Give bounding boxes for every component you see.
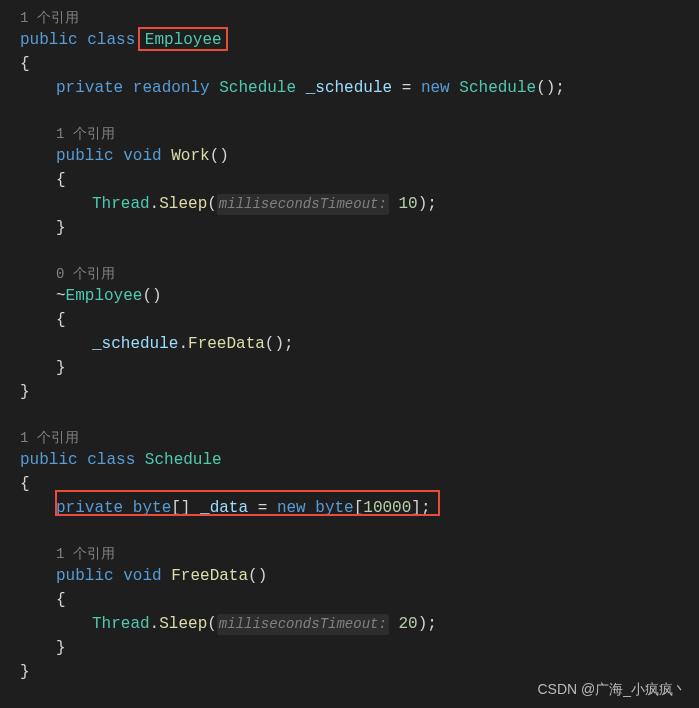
close-brace: }: [56, 356, 66, 380]
parens: (): [142, 284, 161, 308]
reference-text: 1 个引用: [56, 124, 115, 145]
number-literal: 10000: [363, 496, 411, 520]
code-line[interactable]: public class Schedule: [20, 448, 699, 472]
method-freedata: FreeData: [188, 332, 265, 356]
code-line[interactable]: public void Work(): [20, 144, 699, 168]
code-line-empty[interactable]: [20, 404, 699, 428]
semicolon: ;: [284, 332, 294, 356]
field-data: _data: [200, 496, 248, 520]
keyword-public: public: [56, 144, 114, 168]
code-line[interactable]: {: [20, 168, 699, 192]
code-line[interactable]: {: [20, 472, 699, 496]
keyword-class: class: [87, 28, 135, 52]
type-thread: Thread: [92, 612, 150, 636]
keyword-byte: byte: [133, 496, 171, 520]
codelens-reference[interactable]: 1 个引用: [20, 544, 699, 564]
open-brace: {: [20, 52, 30, 76]
code-line[interactable]: public class Employee: [20, 28, 699, 52]
code-line[interactable]: {: [20, 588, 699, 612]
code-line[interactable]: _schedule.FreeData();: [20, 332, 699, 356]
open-brace: {: [56, 168, 66, 192]
open-brace: {: [20, 472, 30, 496]
code-line[interactable]: }: [20, 356, 699, 380]
code-line[interactable]: private readonly Schedule _schedule = ne…: [20, 76, 699, 100]
code-line[interactable]: Thread.Sleep(millisecondsTimeout: 10);: [20, 192, 699, 216]
semicolon: ;: [427, 192, 437, 216]
field-schedule: _schedule: [306, 76, 392, 100]
equals: =: [248, 496, 277, 520]
method-sleep: Sleep: [159, 192, 207, 216]
parens: (): [210, 144, 229, 168]
code-line[interactable]: }: [20, 380, 699, 404]
type-thread: Thread: [92, 192, 150, 216]
keyword-new: new: [421, 76, 450, 100]
open-paren: (: [207, 612, 217, 636]
code-line[interactable]: Thread.Sleep(millisecondsTimeout: 20);: [20, 612, 699, 636]
codelens-reference[interactable]: 1 个引用: [20, 124, 699, 144]
close-brace: }: [20, 660, 30, 684]
keyword-public: public: [20, 28, 78, 52]
reference-text: 1 个引用: [20, 8, 79, 29]
type-schedule: Schedule: [219, 76, 296, 100]
open-bracket: [: [354, 496, 364, 520]
number-literal: 10: [398, 192, 417, 216]
watermark: CSDN @广海_小疯疯丶: [537, 679, 687, 700]
keyword-public: public: [20, 448, 78, 472]
dot: .: [150, 192, 160, 216]
keyword-public: public: [56, 564, 114, 588]
type-schedule: Schedule: [459, 76, 536, 100]
field-schedule: _schedule: [92, 332, 178, 356]
parens: (): [265, 332, 284, 356]
parens: (): [536, 76, 555, 100]
keyword-private: private: [56, 496, 123, 520]
codelens-reference[interactable]: 0 个引用: [20, 264, 699, 284]
parameter-hint: millisecondsTimeout:: [217, 614, 389, 635]
dot: .: [178, 332, 188, 356]
tilde: ~: [56, 284, 66, 308]
parameter-hint: millisecondsTimeout:: [217, 194, 389, 215]
code-line-empty[interactable]: [20, 100, 699, 124]
number-literal: 20: [398, 612, 417, 636]
keyword-byte: byte: [315, 496, 353, 520]
keyword-readonly: readonly: [133, 76, 210, 100]
keyword-new: new: [277, 496, 306, 520]
codelens-reference[interactable]: 1 个引用: [20, 8, 699, 28]
close-brace: }: [56, 216, 66, 240]
close-brace: }: [56, 636, 66, 660]
code-line[interactable]: public void FreeData(): [20, 564, 699, 588]
open-paren: (: [207, 192, 217, 216]
semicolon: ;: [555, 76, 565, 100]
code-line[interactable]: {: [20, 308, 699, 332]
keyword-class: class: [87, 448, 135, 472]
close-paren: ): [418, 192, 428, 216]
semicolon: ;: [427, 612, 437, 636]
keyword-void: void: [123, 564, 161, 588]
code-line[interactable]: {: [20, 52, 699, 76]
code-line-empty[interactable]: [20, 520, 699, 544]
brackets: []: [171, 496, 190, 520]
close-brace: }: [20, 380, 30, 404]
keyword-void: void: [123, 144, 161, 168]
method-work: Work: [171, 144, 209, 168]
method-sleep: Sleep: [159, 612, 207, 636]
equals: =: [392, 76, 421, 100]
close-paren: ): [418, 612, 428, 636]
parens: (): [248, 564, 267, 588]
open-brace: {: [56, 588, 66, 612]
type-employee: Employee: [145, 28, 222, 52]
type-schedule: Schedule: [145, 448, 222, 472]
code-line[interactable]: }: [20, 216, 699, 240]
codelens-reference[interactable]: 1 个引用: [20, 428, 699, 448]
method-freedata: FreeData: [171, 564, 248, 588]
open-brace: {: [56, 308, 66, 332]
reference-text: 1 个引用: [56, 544, 115, 565]
dot: .: [150, 612, 160, 636]
semicolon: ;: [421, 496, 431, 520]
code-line[interactable]: }: [20, 636, 699, 660]
code-line-empty[interactable]: [20, 240, 699, 264]
destructor-employee: Employee: [66, 284, 143, 308]
code-line[interactable]: private byte[] _data = new byte[10000];: [20, 496, 699, 520]
close-bracket: ]: [411, 496, 421, 520]
keyword-private: private: [56, 76, 123, 100]
code-line[interactable]: ~Employee(): [20, 284, 699, 308]
